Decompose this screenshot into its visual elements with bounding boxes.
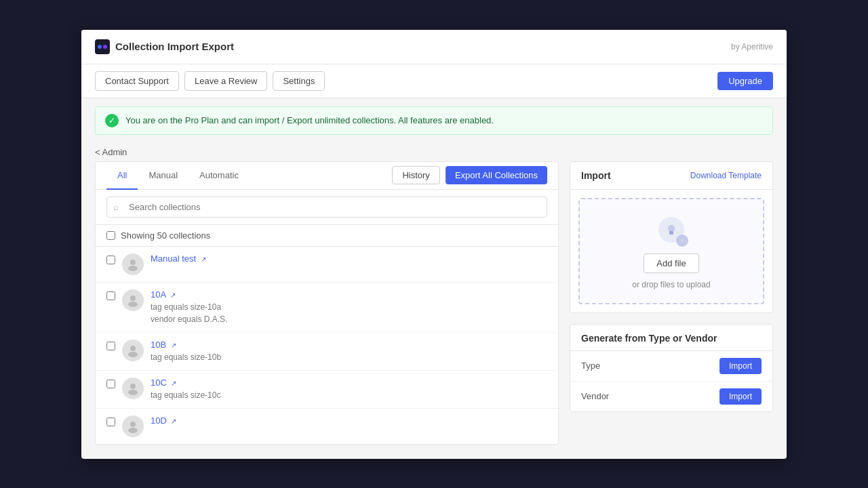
avatar	[122, 415, 144, 437]
item-checkbox[interactable]	[106, 380, 115, 388]
external-link-icon: ↗	[171, 418, 176, 425]
main-content: All Manual Automatic History Export All …	[81, 161, 787, 459]
generate-title: Generate from Type or Vendor	[570, 325, 772, 351]
type-import-button[interactable]: Import	[719, 358, 762, 374]
type-label: Type	[581, 361, 600, 371]
generate-vendor-row: Vendor Import	[570, 382, 772, 411]
external-link-icon: ↗	[171, 342, 176, 349]
import-title: Import	[581, 170, 611, 181]
generate-type-row: Type Import	[570, 351, 772, 382]
collection-name[interactable]: 10A ↗	[151, 289, 547, 300]
svg-point-13	[668, 225, 675, 232]
item-checkbox[interactable]	[106, 291, 115, 300]
item-info: 10C ↗ tag equals size-10c	[151, 378, 547, 401]
list-item: 10C ↗ tag equals size-10c	[96, 371, 558, 409]
svg-point-2	[103, 45, 107, 49]
export-all-button[interactable]: Export All Collections	[446, 166, 547, 184]
collection-meta: tag equals size-10b	[151, 351, 547, 363]
item-info: 10B ↗ tag equals size-10b	[151, 340, 547, 363]
tab-manual[interactable]: Manual	[138, 162, 189, 190]
external-link-icon: ↗	[171, 380, 176, 387]
item-checkbox[interactable]	[106, 256, 115, 264]
svg-point-5	[130, 296, 136, 301]
item-info: Manual test ↗	[151, 253, 547, 264]
select-all-checkbox[interactable]	[106, 231, 115, 240]
vendor-label: Vendor	[581, 391, 609, 401]
showing-count-label: Showing 50 collections	[121, 230, 210, 241]
generate-card: Generate from Type or Vendor Type Import…	[570, 324, 773, 412]
svg-point-10	[128, 390, 138, 395]
leave-review-button[interactable]: Leave a Review	[184, 71, 268, 91]
app-logo-icon	[95, 39, 110, 54]
toolbar: Contact Support Leave a Review Settings …	[81, 64, 787, 98]
upgrade-button[interactable]: Upgrade	[717, 72, 773, 90]
item-checkbox[interactable]	[106, 342, 115, 350]
avatar	[122, 340, 144, 361]
collection-name[interactable]: 10B ↗	[151, 340, 547, 350]
app-title-text: Collection Import Export	[115, 41, 234, 52]
upload-small-icon: ↑	[676, 235, 688, 247]
list-item: 10D ↗	[96, 409, 558, 445]
svg-point-1	[98, 45, 102, 49]
toolbar-left: Contact Support Leave a Review Settings	[95, 71, 325, 91]
list-header: Showing 50 collections	[96, 225, 558, 247]
tab-all[interactable]: All	[106, 162, 138, 190]
avatar	[122, 253, 144, 275]
check-icon: ✓	[105, 114, 119, 127]
search-icon: ⌕	[113, 202, 119, 212]
svg-point-12	[128, 428, 138, 433]
svg-point-3	[130, 260, 136, 265]
breadcrumb[interactable]: < Admin	[81, 143, 787, 161]
item-info: 10A ↗ tag equals size-10avendor equals D…	[151, 289, 547, 325]
item-info: 10D ↗	[151, 415, 547, 426]
download-template-link[interactable]: Download Template	[690, 171, 762, 180]
svg-point-6	[128, 302, 138, 307]
svg-point-9	[130, 384, 136, 389]
tabs-actions: History Export All Collections	[392, 166, 547, 184]
search-input-wrap: ⌕	[106, 197, 547, 218]
list-item: 10B ↗ tag equals size-10b	[96, 333, 558, 371]
tabs: All Manual Automatic	[106, 162, 250, 189]
svg-point-7	[130, 346, 136, 351]
collection-meta: tag equals size-10c	[151, 389, 547, 401]
banner-message: You are on the Pro Plan and can import /…	[125, 115, 494, 125]
item-checkbox[interactable]	[106, 418, 115, 426]
import-card-header: Import Download Template	[570, 162, 772, 190]
list-item: Manual test ↗	[96, 247, 558, 283]
dropzone[interactable]: ↑ Add file or drop files to upload	[578, 198, 764, 304]
tab-automatic[interactable]: Automatic	[189, 162, 250, 190]
collection-name[interactable]: 10D ↗	[151, 415, 547, 426]
svg-point-4	[128, 266, 138, 271]
collection-name[interactable]: Manual test ↗	[151, 253, 547, 264]
vendor-import-button[interactable]: Import	[719, 388, 762, 405]
avatar	[122, 289, 144, 311]
settings-button[interactable]: Settings	[273, 71, 325, 91]
avatar	[122, 378, 144, 399]
external-link-icon: ↗	[201, 256, 206, 263]
pro-plan-banner: ✓ You are on the Pro Plan and can import…	[95, 106, 773, 135]
svg-point-11	[130, 422, 136, 427]
svg-rect-0	[95, 39, 110, 54]
add-file-button[interactable]: Add file	[644, 253, 698, 273]
svg-point-8	[128, 352, 138, 357]
external-link-icon: ↗	[170, 291, 176, 299]
app-title-wrap: Collection Import Export	[95, 39, 234, 54]
right-panel: Import Download Template ↑ Add file	[570, 161, 773, 445]
app-header: Collection Import Export by Aperitive	[81, 30, 787, 64]
drop-hint-text: or drop files to upload	[632, 280, 710, 289]
search-row: ⌕	[96, 190, 558, 225]
import-card: Import Download Template ↑ Add file	[570, 161, 773, 313]
search-input[interactable]	[106, 197, 547, 218]
by-aperitive-text: by Aperitive	[731, 42, 773, 52]
contact-support-button[interactable]: Contact Support	[95, 71, 179, 91]
upload-icon-wrap: ↑	[654, 213, 688, 247]
collection-meta: tag equals size-10avendor equals D.A.S.	[151, 301, 547, 325]
history-button[interactable]: History	[392, 166, 439, 184]
svg-rect-14	[669, 231, 673, 235]
collection-name[interactable]: 10C ↗	[151, 378, 547, 388]
list-item: 10A ↗ tag equals size-10avendor equals D…	[96, 283, 558, 333]
collections-panel: All Manual Automatic History Export All …	[95, 161, 559, 445]
tabs-row: All Manual Automatic History Export All …	[96, 162, 558, 190]
